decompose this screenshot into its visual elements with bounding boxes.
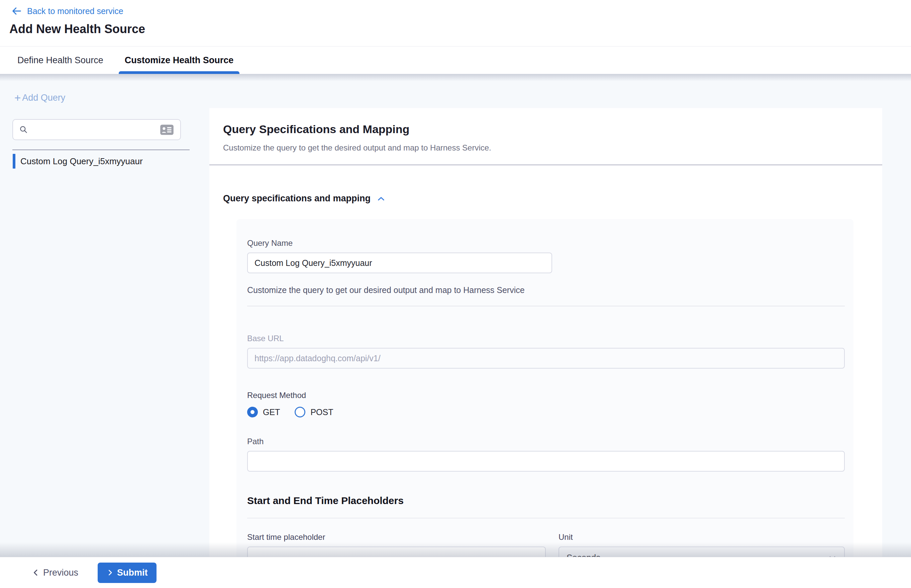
base-url-field: Base URL bbox=[247, 334, 845, 368]
selected-indicator bbox=[13, 154, 15, 169]
radio-get-label: GET bbox=[263, 407, 280, 417]
page-header: Back to monitored service Add New Health… bbox=[0, 0, 911, 47]
time-placeholders-heading: Start and End Time Placeholders bbox=[247, 495, 845, 506]
request-method-label: Request Method bbox=[247, 391, 845, 400]
query-search-input[interactable] bbox=[32, 120, 160, 139]
health-source-tabs: Define Health Source Customize Health So… bbox=[0, 47, 911, 74]
add-query-button[interactable]: + Add Query bbox=[15, 92, 65, 103]
path-label: Path bbox=[247, 437, 845, 446]
chevron-down-icon bbox=[828, 553, 837, 557]
panel-title: Query Specifications and Mapping bbox=[223, 123, 869, 136]
panel-divider bbox=[209, 165, 882, 165]
request-method-field: Request Method GET POST bbox=[247, 391, 845, 417]
main-panel: Query Specifications and Mapping Customi… bbox=[209, 108, 882, 557]
start-time-input[interactable] bbox=[247, 546, 546, 557]
unit-label: Unit bbox=[559, 533, 845, 542]
wizard-footer: Previous Submit bbox=[0, 557, 911, 588]
contact-card-icon[interactable] bbox=[160, 124, 174, 136]
previous-button-label: Previous bbox=[43, 568, 78, 578]
section-title: Query specifications and mapping bbox=[223, 193, 371, 204]
sidebar-divider bbox=[12, 150, 190, 150]
page-title: Add New Health Source bbox=[10, 22, 145, 36]
chevron-right-icon bbox=[107, 569, 114, 576]
query-list: Custom Log Query_i5xmyyuaur bbox=[0, 153, 209, 169]
plus-icon: + bbox=[15, 92, 21, 103]
path-input[interactable] bbox=[247, 451, 845, 472]
query-item-label: Custom Log Query_i5xmyyuaur bbox=[20, 156, 143, 166]
radio-selected-icon bbox=[247, 407, 258, 417]
query-name-label: Query Name bbox=[247, 239, 845, 248]
radio-unselected-icon bbox=[295, 407, 305, 417]
tab-customize-health-source[interactable]: Customize Health Source bbox=[119, 47, 240, 74]
unit-select[interactable]: Seconds bbox=[559, 546, 845, 557]
panel-body: Query specifications and mapping Query N… bbox=[209, 193, 882, 557]
unit-select-value: Seconds bbox=[567, 552, 600, 557]
previous-button[interactable]: Previous bbox=[32, 568, 78, 578]
start-time-field: Start time placeholder bbox=[247, 533, 546, 557]
time-placeholders-row: Start time placeholder Unit Seconds bbox=[247, 533, 845, 557]
query-name-helper: Customize the query to get our desired o… bbox=[247, 285, 845, 295]
add-query-label: Add Query bbox=[22, 93, 65, 103]
back-to-monitored-service-link[interactable]: Back to monitored service bbox=[11, 5, 123, 17]
section-toggle[interactable]: Query specifications and mapping bbox=[223, 193, 869, 204]
search-icon bbox=[19, 125, 28, 134]
panel-subtitle: Customize the query to get the desired o… bbox=[223, 143, 869, 152]
radio-option-get[interactable]: GET bbox=[247, 407, 280, 417]
submit-button[interactable]: Submit bbox=[98, 562, 157, 583]
query-sidebar: + Add Query Custom Log Query_i5xmyy bbox=[0, 74, 209, 557]
unit-field: Unit Seconds bbox=[559, 533, 845, 557]
submit-button-label: Submit bbox=[117, 568, 148, 578]
base-url-input bbox=[247, 348, 845, 368]
path-field: Path bbox=[247, 437, 845, 472]
time-placeholders-divider bbox=[247, 518, 845, 519]
query-list-item[interactable]: Custom Log Query_i5xmyyuaur bbox=[0, 153, 209, 169]
request-method-radio-group: GET POST bbox=[247, 407, 845, 417]
radio-post-label: POST bbox=[310, 407, 333, 417]
query-mapping-card: Query Name Customize the query to get ou… bbox=[236, 219, 853, 557]
tab-define-health-source[interactable]: Define Health Source bbox=[18, 47, 103, 74]
chevron-up-icon bbox=[376, 194, 386, 204]
query-search-box bbox=[12, 119, 181, 140]
base-url-label: Base URL bbox=[247, 334, 845, 343]
radio-option-post[interactable]: POST bbox=[295, 407, 333, 417]
query-name-input[interactable] bbox=[247, 252, 552, 273]
arrow-left-icon bbox=[11, 5, 23, 17]
chevron-left-icon bbox=[32, 569, 40, 577]
back-link-label: Back to monitored service bbox=[27, 6, 123, 16]
panel-header: Query Specifications and Mapping Customi… bbox=[209, 108, 882, 152]
start-time-label: Start time placeholder bbox=[247, 533, 546, 542]
card-divider bbox=[247, 306, 845, 306]
